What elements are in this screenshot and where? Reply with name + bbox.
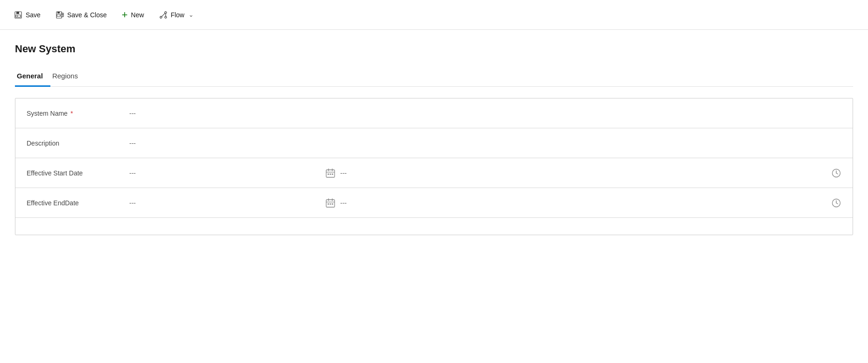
- calendar-icon-start[interactable]: [325, 168, 336, 178]
- system-name-label: System Name *: [27, 110, 129, 117]
- save-close-button[interactable]: Save & Close: [49, 7, 113, 23]
- effective-end-date-right: ---: [325, 198, 841, 208]
- svg-rect-21: [332, 174, 333, 175]
- tab-general[interactable]: General: [15, 68, 50, 87]
- svg-rect-31: [332, 203, 333, 205]
- description-value[interactable]: ---: [129, 140, 841, 147]
- effective-start-date-label: Effective Start Date: [27, 169, 129, 177]
- form-row-system-name: System Name * ---: [15, 98, 853, 128]
- svg-rect-30: [330, 203, 331, 205]
- clock-icon-start[interactable]: [831, 168, 841, 178]
- effective-end-date-label: Effective EndDate: [27, 199, 129, 207]
- svg-rect-2: [16, 15, 21, 17]
- save-icon: [14, 11, 22, 19]
- svg-rect-29: [328, 203, 329, 205]
- effective-start-date-right: ---: [325, 168, 841, 178]
- page-title: New System: [15, 43, 853, 55]
- svg-rect-5: [57, 12, 60, 14]
- new-label: New: [131, 11, 144, 19]
- effective-end-date-group: --- ---: [129, 198, 841, 208]
- svg-point-10: [160, 16, 162, 18]
- svg-rect-1: [16, 12, 19, 14]
- tab-regions[interactable]: Regions: [50, 68, 85, 87]
- svg-rect-6: [57, 14, 60, 16]
- calendar-icon-end[interactable]: [325, 198, 336, 208]
- chevron-down-icon: ⌄: [189, 11, 194, 18]
- system-name-value[interactable]: ---: [129, 110, 841, 117]
- effective-end-time-value[interactable]: ---: [340, 199, 347, 207]
- effective-end-date-value[interactable]: ---: [129, 199, 325, 207]
- flow-icon: [159, 11, 168, 19]
- tabs: General Regions: [15, 68, 853, 87]
- new-button[interactable]: + New: [115, 6, 151, 24]
- save-label: Save: [26, 11, 41, 19]
- svg-line-13: [161, 13, 165, 16]
- flow-label: Flow: [171, 11, 185, 19]
- effective-start-date-value[interactable]: ---: [129, 169, 325, 177]
- save-button[interactable]: Save: [7, 7, 47, 23]
- effective-start-date-group: --- ---: [129, 168, 841, 178]
- new-plus-icon: +: [122, 10, 128, 20]
- form-row-spacer: [15, 218, 853, 235]
- form-row-description: Description ---: [15, 128, 853, 158]
- effective-start-time-value[interactable]: ---: [340, 169, 347, 177]
- svg-rect-3: [17, 15, 18, 16]
- svg-point-11: [165, 12, 167, 14]
- save-close-icon: [56, 11, 64, 19]
- form-panel: System Name * --- Description --- Effect…: [15, 98, 853, 235]
- toolbar: Save Save & Close + New: [0, 0, 868, 30]
- required-indicator: *: [70, 110, 73, 117]
- svg-line-24: [836, 173, 838, 174]
- svg-point-12: [165, 16, 167, 18]
- save-close-label: Save & Close: [67, 11, 107, 19]
- page-content: New System General Regions System Name *…: [0, 30, 868, 256]
- form-row-effective-end-date: Effective EndDate ---: [15, 188, 853, 218]
- description-label: Description: [27, 140, 129, 147]
- svg-rect-19: [328, 174, 329, 175]
- svg-rect-20: [330, 174, 331, 175]
- flow-button[interactable]: Flow ⌄: [153, 7, 201, 23]
- form-row-effective-start-date: Effective Start Date ---: [15, 158, 853, 188]
- svg-line-34: [836, 203, 838, 204]
- clock-icon-end[interactable]: [831, 198, 841, 208]
